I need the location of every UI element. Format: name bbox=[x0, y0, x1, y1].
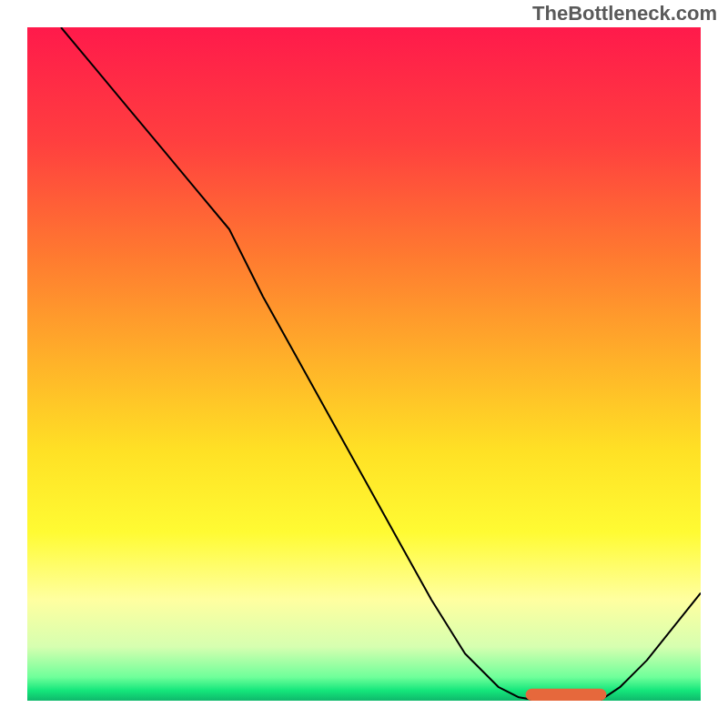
attribution-text: TheBottleneck.com bbox=[532, 2, 717, 25]
series-highlight-bar bbox=[526, 689, 607, 701]
chart-svg bbox=[27, 27, 701, 701]
chart-background bbox=[27, 27, 701, 701]
chart-plot-area bbox=[27, 27, 701, 701]
